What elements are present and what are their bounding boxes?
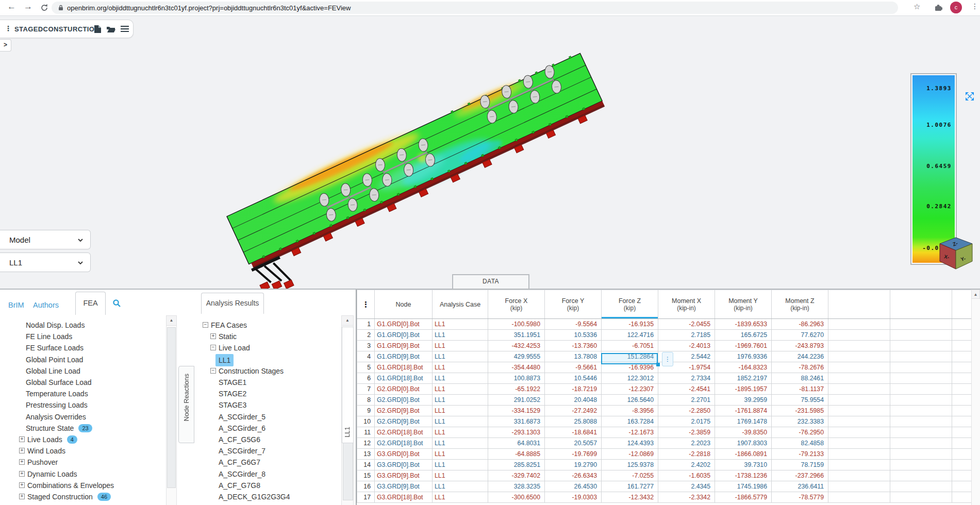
expand-plus-icon[interactable]: + [19, 494, 25, 499]
cell[interactable]: G1.GRD[0].Bot [375, 330, 433, 341]
row-number[interactable]: 8 [357, 395, 375, 406]
tree-item-fe-surface-loads[interactable]: FE Surface Loads [0, 342, 166, 354]
tree-item-live-loads[interactable]: +Live Loads4 [0, 434, 166, 445]
cell[interactable]: 122.4716 [602, 330, 658, 341]
cell[interactable]: 10.5336 [545, 330, 602, 341]
cell-empty[interactable] [890, 395, 952, 406]
cell[interactable]: 351.1951 [488, 330, 545, 341]
cell-empty[interactable] [828, 492, 890, 503]
cell-empty[interactable] [828, 427, 890, 438]
cell-empty[interactable] [828, 351, 890, 362]
row-number[interactable]: 3 [357, 341, 375, 351]
cell[interactable]: 232.3383 [772, 416, 828, 427]
tree-item-dynamic-loads[interactable]: +Dynamic Loads [0, 468, 166, 480]
column-header-analysis-case[interactable]: Analysis Case [433, 290, 488, 319]
tab-fea[interactable]: FEA [75, 292, 106, 315]
cell-empty[interactable] [952, 492, 972, 503]
cell[interactable]: 285.8251 [488, 460, 545, 470]
cell[interactable]: -1738.1236 [715, 470, 772, 481]
cell[interactable]: -1.6035 [658, 470, 715, 481]
cell[interactable]: -65.1922 [488, 384, 545, 395]
cell[interactable]: LL1 [433, 492, 488, 503]
new-file-icon[interactable] [94, 25, 102, 33]
scroll-up-icon[interactable]: ▲ [971, 290, 980, 299]
cell-empty[interactable] [828, 373, 890, 384]
cell-empty[interactable] [952, 384, 972, 395]
expand-plus-icon[interactable]: + [19, 448, 25, 453]
expand-plus-icon[interactable]: + [19, 436, 25, 442]
cell[interactable]: G2.GRD[18].Bot [375, 427, 433, 438]
cell-empty[interactable] [952, 481, 972, 492]
cell-empty[interactable] [890, 330, 952, 341]
cell[interactable]: -8.3956 [602, 406, 658, 416]
result-item-a-cf-g6g7[interactable]: A_CF_G6G7 [194, 457, 341, 468]
cell[interactable]: LL1 [433, 406, 488, 416]
cell-empty[interactable] [890, 481, 952, 492]
cell-empty[interactable] [828, 330, 890, 341]
cell[interactable]: -293.1303 [488, 427, 545, 438]
cell[interactable]: 100.8873 [488, 373, 545, 384]
cell[interactable]: -329.7402 [488, 470, 545, 481]
tree-item-structure-state[interactable]: Structure State23 [0, 423, 166, 434]
row-number[interactable]: 12 [357, 438, 375, 449]
row-number[interactable]: 5 [357, 362, 375, 373]
cell[interactable]: LL1 [433, 319, 488, 330]
url-bar[interactable]: openbrim.org/objiddttugnuchtlr6n3tc01yf.… [52, 2, 898, 14]
cell[interactable]: -76.2950 [772, 427, 828, 438]
browser-menu-kebab-icon[interactable]: ⋮ [971, 2, 978, 10]
cell[interactable]: -2.4541 [658, 384, 715, 395]
cell[interactable]: 75.9554 [772, 395, 828, 406]
cell[interactable]: LL1 [433, 362, 488, 373]
cell-empty[interactable] [828, 406, 890, 416]
cell-empty[interactable] [828, 438, 890, 449]
cell-empty[interactable] [828, 362, 890, 373]
cell[interactable]: -2.2818 [658, 449, 715, 460]
cell[interactable]: -2.3342 [658, 492, 715, 503]
cell-empty[interactable] [890, 416, 952, 427]
tab-node-reactions[interactable]: Node Reactions [178, 366, 194, 443]
cell[interactable]: 124.4393 [602, 438, 658, 449]
cell[interactable]: 10.5446 [545, 373, 602, 384]
cell[interactable]: 77.6270 [772, 330, 828, 341]
model-select[interactable]: Model [0, 230, 91, 249]
cell[interactable]: 331.6873 [488, 416, 545, 427]
column-header-empty[interactable] [952, 290, 972, 319]
cell[interactable]: 125.9378 [602, 460, 658, 470]
cell[interactable]: -164.8323 [715, 362, 772, 373]
cell-empty[interactable] [952, 427, 972, 438]
cell[interactable]: 2.2701 [658, 395, 715, 406]
expand-panel-button[interactable]: > [0, 39, 11, 52]
cell-empty[interactable] [952, 395, 972, 406]
cell[interactable]: -1895.1957 [715, 384, 772, 395]
cell[interactable]: -19.7699 [545, 449, 602, 460]
cell[interactable]: 39.7310 [715, 460, 772, 470]
cell-empty[interactable] [890, 351, 952, 362]
menu-hamburger-icon[interactable] [121, 26, 129, 32]
result-item-a-scgirder-7[interactable]: A_SCGirder_7 [194, 445, 341, 457]
cell-empty[interactable] [890, 427, 952, 438]
cell[interactable]: 13.7808 [545, 351, 602, 362]
tree-item-results[interactable]: −Results [0, 502, 166, 505]
cell[interactable]: -12.1673 [602, 427, 658, 438]
result-item-stage1[interactable]: STAGE1 [194, 377, 341, 388]
scroll-up-icon[interactable]: ▲ [166, 315, 177, 326]
cell[interactable]: -334.1529 [488, 406, 545, 416]
row-number[interactable]: 14 [357, 460, 375, 470]
cell-empty[interactable] [952, 373, 972, 384]
cell-empty[interactable] [952, 438, 972, 449]
cell[interactable]: G3.GRD[18].Bot [375, 492, 433, 503]
cell[interactable]: -2.2850 [658, 406, 715, 416]
cell[interactable]: LL1 [433, 416, 488, 427]
result-item-a-scgirder-8[interactable]: A_SCGirder_8 [194, 468, 341, 480]
case-select[interactable]: LL1 [0, 252, 91, 272]
cell[interactable]: -1761.8874 [715, 406, 772, 416]
cell-empty[interactable] [952, 362, 972, 373]
cell-empty[interactable] [828, 481, 890, 492]
tree-item-global-surface-load[interactable]: Global Surface Load [0, 377, 166, 388]
cell[interactable]: -9.5564 [545, 319, 602, 330]
cell[interactable]: -432.4253 [488, 341, 545, 351]
cell[interactable]: G2.GRD[9].Bot [375, 416, 433, 427]
cell[interactable]: 19.2790 [545, 460, 602, 470]
tree-item-global-point-load[interactable]: Global Point Load [0, 354, 166, 365]
column-header-moment-x[interactable]: Moment X(kip-in) [658, 290, 715, 319]
